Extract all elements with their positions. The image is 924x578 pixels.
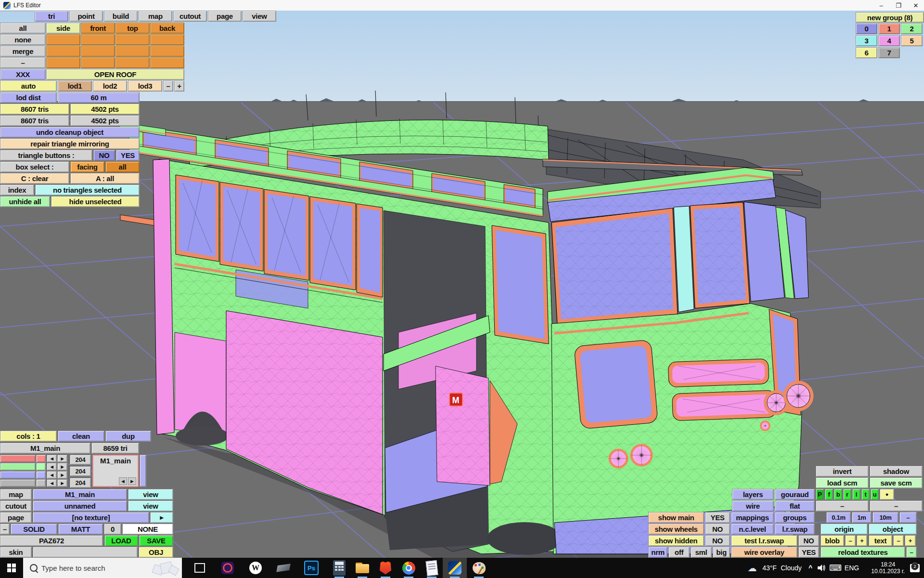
cutout-value[interactable]: unnamed	[33, 500, 127, 512]
blob-minus[interactable]: –	[845, 535, 856, 546]
chrome-button[interactable]	[398, 558, 420, 578]
skin-value[interactable]	[33, 547, 138, 558]
group-5[interactable]: 5	[901, 35, 923, 46]
matt-button[interactable]: MATT	[58, 524, 103, 535]
nrm-off-button[interactable]: off	[668, 547, 690, 558]
clear-selection-button[interactable]: C : clear	[0, 173, 69, 184]
utility-app-button[interactable]	[272, 558, 295, 578]
group-1[interactable]: 1	[878, 23, 900, 34]
group-2[interactable]: 2	[901, 23, 923, 34]
grid-10m-button[interactable]: 10m	[873, 512, 898, 523]
object-button[interactable]: object	[869, 524, 917, 535]
channel-t[interactable]: t	[861, 489, 870, 500]
lfs-editor-taskbar-button[interactable]	[443, 558, 467, 578]
channel-P[interactable]: P	[816, 489, 824, 500]
show-main-toggle[interactable]: YES	[705, 512, 730, 523]
flat-button[interactable]: flat	[775, 500, 815, 512]
dash-button-1[interactable]: –	[816, 500, 869, 512]
undo-cleanup-button[interactable]: undo cleanup object	[0, 127, 140, 138]
rgb-r-value[interactable]: 204	[70, 455, 91, 465]
swatch-green[interactable]	[0, 463, 36, 471]
show-wheels-toggle[interactable]: NO	[705, 524, 730, 535]
select-dash[interactable]: –	[0, 57, 46, 68]
lod-dist-value[interactable]: 60 m	[58, 92, 140, 103]
grid-cell[interactable]	[150, 57, 184, 68]
wire-overlay-toggle[interactable]: YES	[798, 547, 819, 558]
weather-condition[interactable]: Cloudy	[779, 558, 804, 578]
show-hidden-label[interactable]: show hidden	[648, 535, 704, 546]
nrm-button[interactable]: nrm	[648, 547, 667, 558]
swatch-green-right-arrow[interactable]: ►	[57, 463, 67, 471]
group-3[interactable]: 3	[856, 35, 877, 46]
model-name[interactable]: PAZ672	[0, 535, 103, 546]
wire-button[interactable]: wire	[732, 500, 774, 512]
skin-label[interactable]: skin	[0, 547, 32, 558]
unhide-all-button[interactable]: unhide all	[0, 196, 50, 207]
show-wheels-label[interactable]: show wheels	[648, 524, 704, 535]
swatch-gray-right-arrow[interactable]: ►	[57, 479, 67, 487]
material-scrollbar[interactable]	[140, 455, 146, 487]
material-minus[interactable]: –	[0, 524, 10, 535]
lod-3[interactable]: lod3	[128, 80, 162, 92]
lod-2[interactable]: lod2	[93, 80, 127, 92]
swatch-red-left-arrow[interactable]: ◄	[47, 455, 57, 462]
shadow-button[interactable]: shadow	[870, 466, 923, 477]
none-value[interactable]: NONE	[122, 524, 173, 535]
channel-r[interactable]: r	[843, 489, 851, 500]
select-none[interactable]: none	[0, 34, 46, 45]
restore-button[interactable]: ❐	[890, 0, 907, 11]
grid-cell[interactable]	[46, 46, 80, 57]
solid-button[interactable]: SOLID	[11, 524, 57, 535]
groove-app-button[interactable]	[217, 558, 239, 578]
channel-f[interactable]: f	[825, 489, 833, 500]
select-xxx[interactable]: XXX	[0, 69, 46, 80]
preview-right-arrow[interactable]: ►	[128, 477, 136, 485]
text-button[interactable]: text	[869, 535, 892, 546]
invert-button[interactable]: invert	[816, 466, 869, 477]
blob-button[interactable]: blob	[821, 535, 844, 546]
notepad-button[interactable]	[421, 558, 443, 578]
select-all-button[interactable]: A : all	[70, 173, 140, 184]
swatch-purple[interactable]	[0, 471, 36, 479]
grid-cell[interactable]	[116, 34, 150, 45]
lr-swap-button[interactable]: l.r.swap	[775, 524, 815, 535]
test-lr-swap-toggle[interactable]: NO	[798, 535, 819, 546]
menu-view[interactable]: view	[243, 11, 276, 22]
rgb-g-value[interactable]: 204	[70, 466, 91, 476]
mappings-button[interactable]: mappings	[731, 512, 774, 523]
index-button[interactable]: index	[0, 184, 34, 196]
test-lr-swap-button[interactable]: test l.r.swap	[731, 535, 797, 546]
page-value[interactable]: [no texture]	[33, 512, 149, 523]
text-minus[interactable]: –	[893, 535, 904, 546]
page-label[interactable]: page	[0, 512, 32, 523]
group-7[interactable]: 7	[878, 47, 900, 58]
select-merge[interactable]: merge	[0, 46, 46, 57]
swatch-green-left-arrow[interactable]: ◄	[47, 463, 57, 471]
nrm-big-button[interactable]: big	[713, 547, 730, 558]
dup-button[interactable]: dup	[105, 431, 151, 442]
save-button[interactable]: SAVE	[139, 535, 173, 546]
grid-cell[interactable]	[150, 34, 184, 45]
page-next-arrow[interactable]: ►	[150, 512, 173, 523]
swatch-gray-left-arrow[interactable]: ◄	[47, 479, 57, 487]
clock[interactable]: 18:24 10.01.2023 г.	[871, 558, 905, 578]
swatch-green-end[interactable]	[36, 463, 46, 471]
group-6[interactable]: 6	[856, 47, 877, 58]
nc-level-button[interactable]: n.c.level	[731, 524, 774, 535]
grid-cell[interactable]	[150, 46, 184, 57]
text-plus[interactable]: +	[905, 535, 916, 546]
minimize-button[interactable]: –	[873, 0, 889, 11]
swatch-red[interactable]	[0, 455, 36, 462]
load-scm-button[interactable]: load scm	[816, 477, 869, 488]
dash-button-2[interactable]: –	[870, 500, 923, 512]
channel-u[interactable]: u	[871, 489, 879, 500]
menu-cutout[interactable]: cutout	[173, 11, 207, 22]
repair-mirroring-button[interactable]: repair triangle mirroring	[0, 138, 140, 149]
lod-minus[interactable]: –	[163, 80, 173, 92]
lod-plus[interactable]: +	[174, 80, 184, 92]
calculator-button[interactable]	[328, 558, 350, 578]
preview-left-arrow[interactable]: ◄	[119, 477, 127, 485]
rgb-b-value[interactable]: 204	[70, 478, 91, 488]
swatch-purple-right-arrow[interactable]: ►	[57, 471, 67, 479]
load-button[interactable]: LOAD	[104, 535, 138, 546]
